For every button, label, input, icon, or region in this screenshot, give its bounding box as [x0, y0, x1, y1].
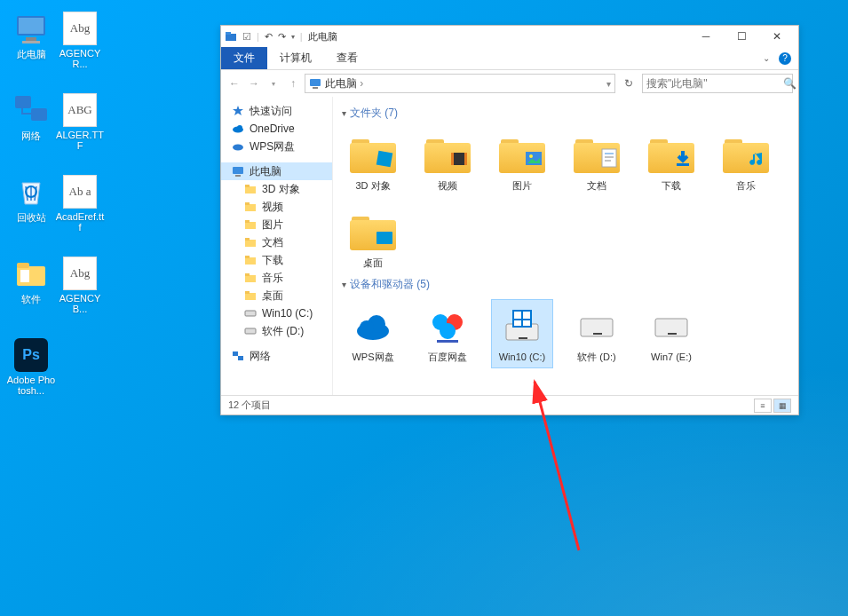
svg-rect-47 [677, 163, 689, 166]
svg-rect-26 [245, 238, 250, 241]
sidebar-item-此电脑[interactable]: 此电脑 [221, 162, 332, 180]
folder-icon [244, 254, 257, 266]
tiles-view-button[interactable]: ▦ [773, 399, 791, 413]
undo-icon[interactable]: ↶ [265, 31, 273, 43]
qat-checkbox-icon[interactable]: ☑ [242, 31, 251, 43]
forward-button[interactable]: → [246, 75, 262, 91]
item-Win7 (E:)[interactable]: Win7 (E:) [640, 299, 702, 367]
wps-icon [232, 140, 244, 153]
history-dropdown-icon[interactable]: ▾ [265, 75, 281, 91]
help-icon[interactable]: ? [779, 52, 791, 65]
sidebar-item-3D 对象[interactable]: 3D 对象 [221, 180, 332, 198]
ribbon-chevron-icon[interactable]: ⌄ [763, 53, 770, 63]
folder-icon [13, 256, 49, 291]
sidebar-item-OneDrive[interactable]: OneDrive [221, 120, 332, 138]
sidebar-item-WPS网盘[interactable]: WPS网盘 [221, 138, 332, 155]
sidebar-item-快速访问[interactable]: 快速访问 [221, 102, 332, 120]
sidebar-item-Win10 (C:)[interactable]: Win10 (C:) [221, 304, 332, 322]
quick-access-toolbar: ☑ | ↶ ↷ ▾ | [225, 29, 303, 43]
svg-rect-33 [245, 311, 256, 316]
sidebar-item-桌面[interactable]: 桌面 [221, 287, 332, 304]
close-button[interactable]: ✕ [759, 26, 795, 47]
desktop-icon-软件[interactable]: 软件 [6, 256, 56, 306]
details-view-button[interactable]: ≡ [754, 399, 772, 413]
desktop-icon-ALGER.TTF[interactable]: ABGALGER.TTF [55, 92, 105, 151]
item-图片[interactable]: 图片 [491, 128, 553, 196]
file-explorer-window: ☑ | ↶ ↷ ▾ | 此电脑 ─ ☐ ✕ 文件 计算机 查看 ⌄ ? ← → … [220, 25, 799, 415]
qat-dropdown-icon[interactable]: ▾ [291, 33, 295, 41]
path-box[interactable]: 此电脑 ▾ [305, 74, 615, 93]
item-桌面[interactable]: 桌面 [342, 205, 404, 273]
font-icon: ABG [62, 92, 98, 128]
search-input[interactable] [646, 77, 780, 90]
svg-point-54 [440, 323, 456, 339]
back-button[interactable]: ← [226, 75, 242, 91]
tab-view[interactable]: 查看 [324, 47, 370, 69]
item-WPS网盘[interactable]: WPS网盘 [342, 299, 404, 367]
search-box[interactable]: 🔍 [642, 74, 793, 93]
thispc-icon [232, 165, 244, 178]
folder-video-icon [423, 132, 472, 177]
item-Win10 (C:)[interactable]: Win10 (C:) [491, 299, 553, 367]
svg-rect-48 [376, 232, 392, 244]
qat-sep: | [300, 31, 303, 42]
item-视频[interactable]: 视频 [416, 128, 479, 196]
folder-desktop-icon [348, 209, 398, 254]
sidebar-item-网络[interactable]: 网络 [221, 347, 332, 365]
sidebar-item-文档[interactable]: 文档 [221, 233, 332, 251]
desktop-icon-回收站[interactable]: 回收站 [6, 174, 56, 225]
item-百度网盘[interactable]: 百度网盘 [416, 299, 479, 367]
sidebar-item-软件 (D:)[interactable]: 软件 (D:) [221, 322, 332, 340]
svg-rect-30 [245, 273, 250, 276]
redo-icon[interactable]: ↷ [278, 31, 286, 43]
svg-rect-40 [464, 153, 467, 165]
svg-rect-23 [245, 222, 256, 229]
desktop-icon-此电脑[interactable]: 此电脑 [6, 11, 56, 61]
search-icon[interactable]: 🔍 [783, 77, 796, 90]
desktop-icon-AcadEref.ttf[interactable]: Ab aAcadEref.ttf [55, 174, 105, 233]
font-icon: Abg [62, 256, 98, 291]
path-dropdown-icon[interactable]: ▾ [606, 79, 611, 89]
svg-rect-29 [245, 275, 256, 282]
group-header[interactable]: 文件夹 (7) [342, 106, 789, 121]
svg-rect-25 [245, 240, 256, 247]
refresh-button[interactable]: ↻ [619, 77, 638, 90]
item-音乐[interactable]: 音乐 [715, 128, 777, 196]
desktop-icon-网络[interactable]: 网络 [6, 92, 56, 143]
sidebar-item-音乐[interactable]: 音乐 [221, 269, 332, 287]
desktop-icon-AGENCYR...[interactable]: AbgAGENCYR... [55, 11, 105, 69]
item-文档[interactable]: 文档 [566, 128, 628, 196]
tab-computer[interactable]: 计算机 [267, 47, 324, 69]
item-下载[interactable]: 下载 [640, 128, 702, 196]
thispc-icon [13, 11, 49, 46]
drive-c-icon [497, 304, 547, 348]
svg-rect-4 [15, 96, 31, 108]
tab-file[interactable]: 文件 [221, 47, 267, 69]
svg-rect-19 [245, 186, 256, 193]
qat-sep: | [257, 31, 259, 42]
item-软件 (D:)[interactable]: 软件 (D:) [566, 299, 628, 367]
content-pane: 文件夹 (7)3D 对象视频图片文档下载音乐桌面设备和驱动器 (5)WPS网盘百… [333, 97, 798, 395]
svg-rect-27 [245, 257, 256, 265]
ribbon-tabs: 文件 计算机 查看 ⌄ ? [221, 47, 798, 70]
svg-rect-34 [245, 328, 256, 334]
minimize-button[interactable]: ─ [688, 26, 724, 47]
sidebar-item-图片[interactable]: 图片 [221, 216, 332, 233]
svg-rect-18 [235, 175, 241, 177]
sidebar-item-下载[interactable]: 下载 [221, 251, 332, 269]
up-button[interactable]: ↑ [285, 75, 301, 91]
desktop-icon-AGENCYB...[interactable]: AbgAGENCYB... [55, 256, 105, 314]
svg-rect-24 [245, 220, 250, 223]
item-3D 对象[interactable]: 3D 对象 [342, 128, 404, 196]
svg-rect-8 [17, 263, 29, 268]
group-header[interactable]: 设备和驱动器 (5) [342, 277, 789, 292]
svg-rect-9 [20, 270, 29, 282]
breadcrumb[interactable]: 此电脑 [325, 76, 363, 91]
desktop-icon-Adobe Photosh...[interactable]: PsAdobe Photosh... [6, 337, 56, 396]
cloud-baidu-icon [423, 304, 472, 348]
network-icon [13, 92, 49, 128]
sidebar-item-视频[interactable]: 视频 [221, 198, 332, 216]
window-title: 此电脑 [308, 30, 337, 43]
folder-icon [244, 218, 257, 231]
maximize-button[interactable]: ☐ [724, 26, 759, 47]
